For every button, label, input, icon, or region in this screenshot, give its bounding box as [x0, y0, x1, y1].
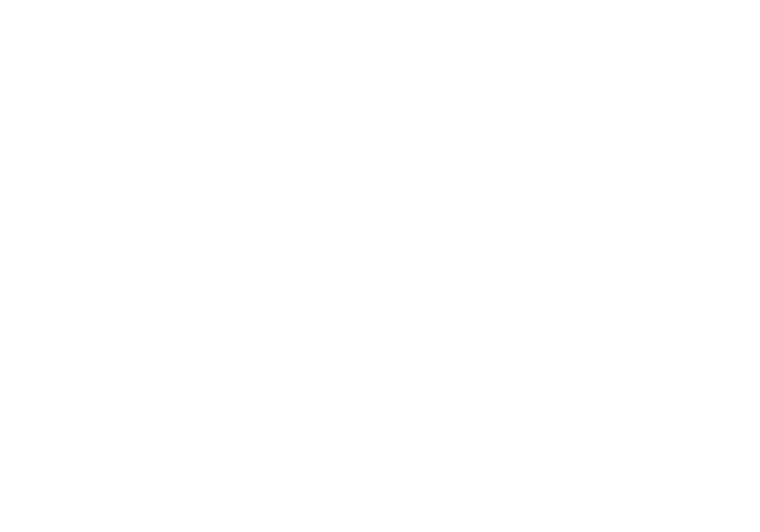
org-chart — [0, 0, 760, 532]
connector-lines — [0, 0, 760, 532]
